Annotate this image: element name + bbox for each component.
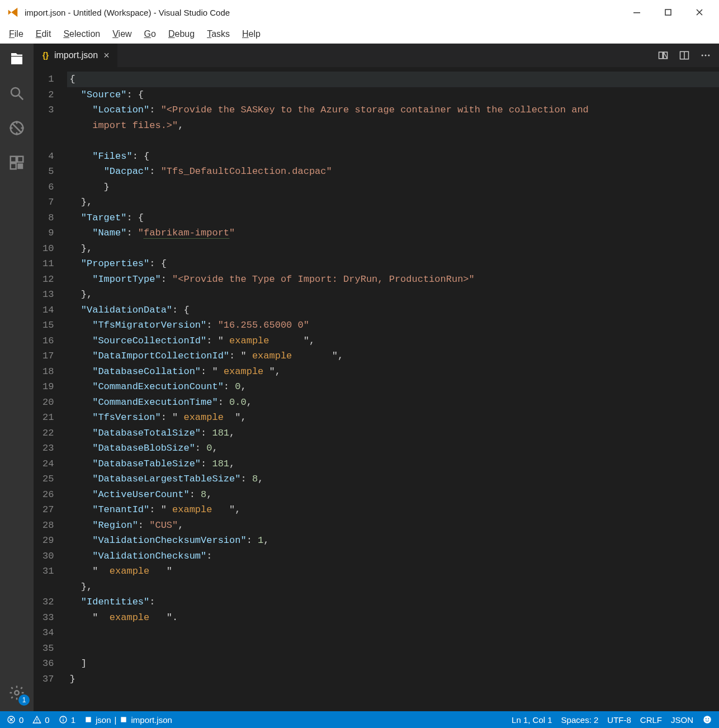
tab-import-json[interactable]: {} import.json × — [34, 44, 118, 67]
line-number: 25 — [42, 471, 54, 487]
line-number: 30 — [42, 549, 54, 564]
code-line: "SourceCollectionId": " example ", — [67, 333, 719, 349]
code-line: "TfsMigratorVersion": "16.255.65000 0" — [67, 318, 719, 333]
code-line: "TenantId": " example ", — [67, 502, 719, 518]
line-number: 31 — [42, 564, 54, 579]
line-number: 37 — [42, 672, 54, 687]
line-number: 11 — [42, 256, 54, 272]
code-line: " example ". — [67, 610, 719, 626]
status-encoding[interactable]: UTF-8 — [607, 715, 631, 725]
code-line: "DatabaseLargestTableSize": 8, — [67, 471, 719, 487]
status-bar: 0 0 1 json | import.json Ln 1, Col 1 Spa… — [0, 711, 719, 728]
window-close-button[interactable] — [687, 0, 712, 25]
code-line: "DatabaseBlobSize": 0, — [67, 441, 719, 456]
line-number: 32 — [42, 594, 54, 610]
settings-icon[interactable]: 1 — [7, 683, 26, 702]
code-line: "CommandExecutionCount": 0, — [67, 379, 719, 395]
line-number: 27 — [42, 502, 54, 518]
code-line: }, — [67, 241, 719, 257]
svg-point-16 — [708, 55, 709, 56]
status-feedback-icon[interactable] — [702, 715, 712, 725]
settings-badge: 1 — [18, 694, 30, 706]
menu-debug[interactable]: Debug — [163, 27, 200, 41]
status-warnings[interactable]: 0 — [32, 715, 49, 725]
menu-selection[interactable]: Selection — [58, 27, 106, 41]
code-line: "ValidationChecksum": — [67, 549, 719, 564]
line-number — [42, 579, 54, 595]
status-eol[interactable]: CRLF — [640, 715, 662, 725]
extensions-icon[interactable] — [7, 153, 26, 172]
line-number: 24 — [42, 456, 54, 472]
svg-line-4 — [12, 123, 22, 133]
code-line: "DatabaseTotalSize": 181, — [67, 426, 719, 441]
code-content[interactable]: { "Source": { "Location": "<Provide the … — [67, 67, 719, 711]
code-line: " example " — [67, 564, 719, 579]
code-line: "TfsVersion": " example ", — [67, 410, 719, 426]
svg-point-14 — [702, 55, 703, 56]
code-line: "Properties": { — [67, 256, 719, 272]
status-cursor-position[interactable]: Ln 1, Col 1 — [512, 715, 552, 725]
code-line: }, — [67, 579, 719, 595]
status-language[interactable]: JSON — [671, 715, 693, 725]
split-editor-icon[interactable] — [679, 50, 690, 61]
menu-edit[interactable]: Edit — [30, 27, 57, 41]
line-number: 28 — [42, 518, 54, 533]
line-number: 8 — [42, 210, 54, 226]
svg-rect-7 — [11, 163, 16, 169]
status-indentation[interactable]: Spaces: 2 — [561, 715, 599, 725]
line-number: 26 — [42, 487, 54, 503]
menu-file[interactable]: File — [3, 27, 29, 41]
code-line: "Files": { — [67, 149, 719, 164]
line-number: 1 — [42, 72, 54, 87]
menu-tasks[interactable]: Tasks — [201, 27, 235, 41]
compare-icon[interactable] — [657, 50, 669, 61]
debug-icon[interactable] — [7, 119, 26, 138]
code-line: import files.>", — [67, 118, 719, 134]
line-number: 4 — [42, 149, 54, 164]
status-warnings-count: 0 — [45, 715, 49, 725]
app-logo-icon — [7, 6, 19, 18]
workbench: 1 {} import.json × — [0, 44, 719, 711]
explorer-icon[interactable] — [7, 49, 26, 68]
line-number: 9 — [42, 225, 54, 241]
more-actions-icon[interactable] — [700, 50, 711, 61]
line-number: 10 — [42, 241, 54, 257]
code-line: "Target": { — [67, 210, 719, 226]
search-icon[interactable] — [7, 84, 26, 103]
svg-point-15 — [705, 55, 707, 56]
line-number: 2 — [42, 87, 54, 103]
line-number: 5 — [42, 164, 54, 179]
line-number: 35 — [42, 641, 54, 656]
svg-point-22 — [63, 717, 64, 718]
status-errors[interactable]: 0 — [7, 715, 23, 725]
line-number: 7 — [42, 195, 54, 210]
menu-go[interactable]: Go — [139, 27, 162, 41]
status-breadcrumb[interactable]: json | import.json — [84, 715, 172, 725]
window-minimize-button[interactable] — [624, 0, 650, 25]
line-number: 17 — [42, 348, 54, 364]
svg-rect-10 — [659, 52, 663, 59]
line-number: 13 — [42, 287, 54, 302]
svg-point-9 — [15, 691, 19, 695]
status-info[interactable]: 1 — [59, 715, 75, 725]
svg-point-25 — [703, 716, 711, 724]
window-maximize-button[interactable] — [655, 0, 681, 25]
tab-label: import.json — [54, 50, 98, 60]
code-line: "ActiveUserCount": 8, — [67, 487, 719, 503]
tab-close-button[interactable]: × — [103, 50, 110, 62]
text-editor[interactable]: 123 456789101112131415161718192021222324… — [34, 67, 719, 711]
code-line: "Region": "CUS", — [67, 518, 719, 533]
editor-group: {} import.json × 123 4567891011121314151… — [34, 44, 719, 711]
line-number: 21 — [42, 410, 54, 426]
svg-rect-0 — [633, 12, 640, 13]
json-file-icon: {} — [42, 51, 49, 60]
line-number: 33 — [42, 610, 54, 626]
code-line: "Dacpac": "Tfs_DefaultCollection.dacpac" — [67, 164, 719, 179]
editor-actions — [650, 44, 719, 67]
line-number: 29 — [42, 533, 54, 549]
menu-help[interactable]: Help — [236, 27, 266, 41]
svg-rect-1 — [665, 10, 671, 15]
svg-point-26 — [706, 718, 707, 720]
code-line — [67, 625, 719, 641]
menu-view[interactable]: View — [107, 27, 137, 41]
